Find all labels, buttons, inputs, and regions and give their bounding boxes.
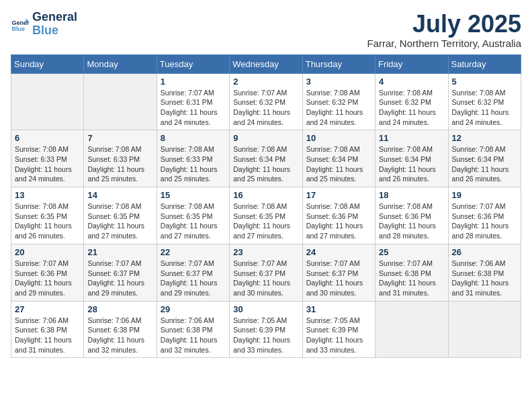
day-number: 1 — [161, 77, 226, 87]
calendar-cell: 6Sunrise: 7:08 AM Sunset: 6:33 PM Daylig… — [11, 130, 84, 187]
day-info: Sunrise: 7:06 AM Sunset: 6:38 PM Dayligh… — [161, 316, 226, 355]
day-info: Sunrise: 7:07 AM Sunset: 6:37 PM Dayligh… — [233, 259, 298, 298]
calendar-cell: 5Sunrise: 7:08 AM Sunset: 6:32 PM Daylig… — [448, 73, 521, 130]
calendar-cell: 24Sunrise: 7:07 AM Sunset: 6:37 PM Dayli… — [302, 244, 375, 301]
day-number: 3 — [306, 77, 371, 87]
day-info: Sunrise: 7:07 AM Sunset: 6:38 PM Dayligh… — [379, 259, 444, 298]
weekday-header-saturday: Saturday — [448, 54, 521, 73]
day-number: 21 — [87, 247, 152, 257]
calendar-cell — [448, 301, 521, 358]
month-year: July 2025 — [367, 11, 521, 38]
calendar-cell: 26Sunrise: 7:06 AM Sunset: 6:38 PM Dayli… — [448, 244, 521, 301]
calendar-cell: 1Sunrise: 7:07 AM Sunset: 6:31 PM Daylig… — [157, 73, 229, 130]
day-number: 8 — [161, 133, 226, 143]
day-info: Sunrise: 7:08 AM Sunset: 6:35 PM Dayligh… — [233, 201, 298, 241]
day-number: 2 — [233, 77, 298, 87]
logo-icon: General Blue — [11, 15, 30, 34]
calendar-cell: 8Sunrise: 7:08 AM Sunset: 6:33 PM Daylig… — [157, 130, 229, 187]
day-info: Sunrise: 7:07 AM Sunset: 6:36 PM Dayligh… — [15, 259, 80, 298]
weekday-header-friday: Friday — [375, 54, 448, 73]
calendar-cell: 3Sunrise: 7:08 AM Sunset: 6:32 PM Daylig… — [302, 73, 375, 130]
day-info: Sunrise: 7:08 AM Sunset: 6:36 PM Dayligh… — [306, 201, 371, 241]
calendar-cell: 10Sunrise: 7:08 AM Sunset: 6:34 PM Dayli… — [302, 130, 375, 187]
weekday-header-wednesday: Wednesday — [230, 54, 302, 73]
logo-line1: General — [32, 10, 77, 24]
day-info: Sunrise: 7:08 AM Sunset: 6:33 PM Dayligh… — [87, 144, 152, 184]
calendar-cell: 23Sunrise: 7:07 AM Sunset: 6:37 PM Dayli… — [230, 244, 302, 301]
day-number: 29 — [161, 304, 226, 314]
calendar-week-5: 27Sunrise: 7:06 AM Sunset: 6:38 PM Dayli… — [11, 301, 521, 358]
calendar-cell: 16Sunrise: 7:08 AM Sunset: 6:35 PM Dayli… — [230, 187, 302, 244]
day-info: Sunrise: 7:07 AM Sunset: 6:37 PM Dayligh… — [306, 259, 371, 298]
day-number: 5 — [452, 77, 517, 87]
logo: General Blue General Blue — [11, 11, 77, 38]
day-info: Sunrise: 7:08 AM Sunset: 6:35 PM Dayligh… — [87, 201, 152, 241]
day-info: Sunrise: 7:06 AM Sunset: 6:38 PM Dayligh… — [452, 259, 517, 298]
day-number: 15 — [161, 190, 226, 200]
day-info: Sunrise: 7:07 AM Sunset: 6:32 PM Dayligh… — [233, 88, 298, 128]
calendar-cell: 31Sunrise: 7:05 AM Sunset: 6:39 PM Dayli… — [302, 301, 375, 358]
day-number: 27 — [15, 304, 80, 314]
day-number: 23 — [233, 247, 298, 257]
day-number: 28 — [87, 304, 152, 314]
day-info: Sunrise: 7:07 AM Sunset: 6:36 PM Dayligh… — [452, 201, 517, 241]
calendar-cell: 15Sunrise: 7:08 AM Sunset: 6:35 PM Dayli… — [157, 187, 229, 244]
calendar-cell: 19Sunrise: 7:07 AM Sunset: 6:36 PM Dayli… — [448, 187, 521, 244]
day-number: 31 — [306, 304, 371, 314]
day-info: Sunrise: 7:08 AM Sunset: 6:33 PM Dayligh… — [15, 144, 80, 184]
day-number: 19 — [452, 190, 517, 200]
day-number: 24 — [306, 247, 371, 257]
day-info: Sunrise: 7:06 AM Sunset: 6:38 PM Dayligh… — [15, 316, 80, 355]
weekday-header-row: SundayMondayTuesdayWednesdayThursdayFrid… — [11, 54, 521, 73]
day-number: 20 — [15, 247, 80, 257]
calendar-cell: 30Sunrise: 7:05 AM Sunset: 6:39 PM Dayli… — [230, 301, 302, 358]
calendar-cell: 2Sunrise: 7:07 AM Sunset: 6:32 PM Daylig… — [230, 73, 302, 130]
day-info: Sunrise: 7:08 AM Sunset: 6:34 PM Dayligh… — [306, 144, 371, 184]
day-info: Sunrise: 7:07 AM Sunset: 6:37 PM Dayligh… — [87, 259, 152, 298]
calendar-cell: 9Sunrise: 7:08 AM Sunset: 6:34 PM Daylig… — [230, 130, 302, 187]
calendar-week-1: 1Sunrise: 7:07 AM Sunset: 6:31 PM Daylig… — [11, 73, 521, 130]
day-number: 14 — [87, 190, 152, 200]
day-info: Sunrise: 7:07 AM Sunset: 6:31 PM Dayligh… — [161, 88, 226, 128]
weekday-header-thursday: Thursday — [302, 54, 375, 73]
calendar-cell: 21Sunrise: 7:07 AM Sunset: 6:37 PM Dayli… — [84, 244, 157, 301]
title-block: July 2025 Farrar, Northern Territory, Au… — [367, 11, 521, 49]
calendar-cell: 17Sunrise: 7:08 AM Sunset: 6:36 PM Dayli… — [302, 187, 375, 244]
calendar-cell — [375, 301, 448, 358]
day-number: 22 — [161, 247, 226, 257]
day-info: Sunrise: 7:08 AM Sunset: 6:35 PM Dayligh… — [161, 201, 226, 241]
day-info: Sunrise: 7:08 AM Sunset: 6:34 PM Dayligh… — [452, 144, 517, 184]
day-number: 13 — [15, 190, 80, 200]
calendar-cell — [11, 73, 84, 130]
day-number: 16 — [233, 190, 298, 200]
calendar-cell: 13Sunrise: 7:08 AM Sunset: 6:35 PM Dayli… — [11, 187, 84, 244]
calendar-cell: 22Sunrise: 7:07 AM Sunset: 6:37 PM Dayli… — [157, 244, 229, 301]
day-info: Sunrise: 7:08 AM Sunset: 6:35 PM Dayligh… — [15, 201, 80, 241]
day-info: Sunrise: 7:06 AM Sunset: 6:38 PM Dayligh… — [87, 316, 152, 355]
calendar-cell: 20Sunrise: 7:07 AM Sunset: 6:36 PM Dayli… — [11, 244, 84, 301]
page-header: General Blue General Blue July 2025 Farr… — [11, 11, 521, 49]
calendar-cell: 12Sunrise: 7:08 AM Sunset: 6:34 PM Dayli… — [448, 130, 521, 187]
calendar-cell: 28Sunrise: 7:06 AM Sunset: 6:38 PM Dayli… — [84, 301, 157, 358]
calendar-cell: 29Sunrise: 7:06 AM Sunset: 6:38 PM Dayli… — [157, 301, 229, 358]
day-number: 12 — [452, 133, 517, 143]
day-number: 25 — [379, 247, 444, 257]
day-number: 6 — [15, 133, 80, 143]
day-info: Sunrise: 7:08 AM Sunset: 6:32 PM Dayligh… — [306, 88, 371, 128]
calendar-cell: 18Sunrise: 7:08 AM Sunset: 6:36 PM Dayli… — [375, 187, 448, 244]
day-number: 26 — [452, 247, 517, 257]
day-number: 7 — [87, 133, 152, 143]
calendar-cell: 7Sunrise: 7:08 AM Sunset: 6:33 PM Daylig… — [84, 130, 157, 187]
day-number: 11 — [379, 133, 444, 143]
day-info: Sunrise: 7:05 AM Sunset: 6:39 PM Dayligh… — [233, 316, 298, 355]
day-number: 17 — [306, 190, 371, 200]
day-info: Sunrise: 7:08 AM Sunset: 6:36 PM Dayligh… — [379, 201, 444, 241]
calendar-cell: 27Sunrise: 7:06 AM Sunset: 6:38 PM Dayli… — [11, 301, 84, 358]
calendar-table: SundayMondayTuesdayWednesdayThursdayFrid… — [11, 54, 521, 359]
day-number: 4 — [379, 77, 444, 87]
day-info: Sunrise: 7:08 AM Sunset: 6:32 PM Dayligh… — [379, 88, 444, 128]
day-info: Sunrise: 7:07 AM Sunset: 6:37 PM Dayligh… — [161, 259, 226, 298]
day-number: 30 — [233, 304, 298, 314]
calendar-week-4: 20Sunrise: 7:07 AM Sunset: 6:36 PM Dayli… — [11, 244, 521, 301]
day-number: 18 — [379, 190, 444, 200]
